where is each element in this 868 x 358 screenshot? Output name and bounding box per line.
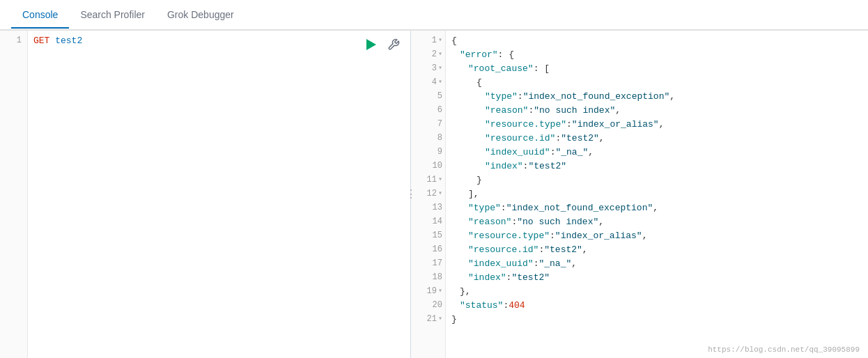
out-ln-2: 2▾ <box>411 47 445 61</box>
out-ln-19: 19▾ <box>411 284 445 298</box>
fold-12[interactable]: ▾ <box>438 187 442 201</box>
output-line-numbers: 1▾ 2▾ 3▾ 4▾ 5 6 7 8 9 10 11▾ 12▾ 13 14 1… <box>411 31 446 358</box>
fold-21[interactable]: ▾ <box>438 312 442 326</box>
out-ln-11: 11▾ <box>411 173 445 187</box>
ln-15: 15 <box>433 228 442 242</box>
ln-16: 16 <box>433 242 442 256</box>
out-ln-18: 18 <box>411 270 445 284</box>
out-ln-21: 21▾ <box>411 312 445 326</box>
left-actions <box>363 36 402 53</box>
right-panel: 1▾ 2▾ 3▾ 4▾ 5 6 7 8 9 10 11▾ 12▾ 13 14 1… <box>411 31 868 358</box>
output-line-12: ], <box>451 187 862 201</box>
output-content[interactable]: { "error" : { "root_cause" : [ { <box>446 31 868 358</box>
output-line-5: "type" : "index_not_found_exception" , <box>451 89 862 103</box>
output-line-15: "resource.type" : "index_or_alias" , <box>451 228 862 242</box>
ln-9: 9 <box>437 145 442 159</box>
fold-11[interactable]: ▾ <box>438 173 442 187</box>
left-panel: 1 GET test2 ⋮ <box>0 31 411 358</box>
out-ln-8: 8 <box>411 131 445 145</box>
output-line-18: "index" : "test2" <box>451 270 862 284</box>
output-line-11: } <box>451 173 862 187</box>
out-ln-20: 20 <box>411 298 445 312</box>
out-ln-14: 14 <box>411 215 445 228</box>
output-line-9: "index_uuid" : "_na_" , <box>451 145 862 159</box>
out-ln-10: 10 <box>411 159 445 173</box>
output-line-3: "root_cause" : [ <box>451 61 862 75</box>
out-ln-1: 1▾ <box>411 33 445 47</box>
ln-6: 6 <box>437 103 442 117</box>
ln-10: 10 <box>433 159 442 173</box>
fold-2[interactable]: ▾ <box>438 47 442 61</box>
fold-1[interactable]: ▾ <box>438 33 442 47</box>
http-method: GET <box>33 36 49 46</box>
output-line-13: "type" : "index_not_found_exception" , <box>451 201 862 215</box>
ln-12: 12 <box>427 187 437 201</box>
output-line-6: "reason" : "no such index" , <box>451 103 862 117</box>
ln-19: 19 <box>427 284 437 298</box>
ln-3: 3 <box>432 61 437 75</box>
out-ln-12: 12▾ <box>411 187 445 201</box>
output-line-1: { <box>451 33 862 47</box>
settings-button[interactable] <box>385 36 402 53</box>
output-line-10: "index" : "test2" <box>451 159 862 173</box>
output-line-16: "resource.id" : "test2" , <box>451 242 862 256</box>
output-line-8: "resource.id" : "test2" , <box>451 131 862 145</box>
output-line-20: "status" : 404 <box>451 298 862 312</box>
out-ln-6: 6 <box>411 103 445 117</box>
tab-search-profiler[interactable]: Search Profiler <box>69 2 156 29</box>
ln-4: 4 <box>432 75 437 89</box>
output-line-17: "index_uuid" : "_na_" , <box>451 256 862 270</box>
editor-line-num-1: 1 <box>0 33 27 47</box>
fold-3[interactable]: ▾ <box>438 61 442 75</box>
output-line-7: "resource.type" : "index_or_alias" , <box>451 117 862 131</box>
request-path: test2 <box>55 36 82 46</box>
output-line-21: } <box>451 312 862 326</box>
fold-4[interactable]: ▾ <box>438 75 442 89</box>
out-ln-13: 13 <box>411 201 445 215</box>
drag-dots: ⋮ <box>405 189 415 200</box>
ln-17: 17 <box>433 256 442 270</box>
wrench-icon <box>387 38 400 51</box>
out-ln-16: 16 <box>411 242 445 256</box>
watermark: https://blog.csdn.net/qq_39095899 <box>708 345 860 354</box>
out-ln-5: 5 <box>411 89 445 103</box>
ln-7: 7 <box>437 117 442 131</box>
out-ln-4: 4▾ <box>411 75 445 89</box>
ln-8: 8 <box>437 131 442 145</box>
out-ln-9: 9 <box>411 145 445 159</box>
out-ln-15: 15 <box>411 228 445 242</box>
output-line-14: "reason" : "no such index" , <box>451 215 862 228</box>
out-ln-3: 3▾ <box>411 61 445 75</box>
ln-18: 18 <box>433 270 442 284</box>
resize-handle[interactable]: ⋮ <box>408 31 413 358</box>
tab-bar: Console Search Profiler Grok Debugger <box>0 0 868 31</box>
run-button[interactable] <box>363 36 380 53</box>
fold-19[interactable]: ▾ <box>438 284 442 298</box>
output-line-4: { <box>451 75 862 89</box>
ln-11: 11 <box>427 173 437 187</box>
out-ln-7: 7 <box>411 117 445 131</box>
output-line-19: }, <box>451 284 862 298</box>
ln-2: 2 <box>432 47 437 61</box>
play-icon <box>366 39 376 50</box>
tab-console[interactable]: Console <box>11 2 69 29</box>
ln-5: 5 <box>437 89 442 103</box>
out-ln-17: 17 <box>411 256 445 270</box>
editor-line-1: GET test2 <box>33 33 405 47</box>
ln-21: 21 <box>427 312 437 326</box>
editor-area: 1 GET test2 <box>0 31 410 358</box>
ln-1: 1 <box>432 33 437 47</box>
output-line-2: "error" : { <box>451 47 862 61</box>
ln-20: 20 <box>433 298 442 312</box>
ln-13: 13 <box>433 201 442 215</box>
ln-14: 14 <box>433 215 442 228</box>
editor-content[interactable]: GET test2 <box>28 31 410 358</box>
tab-grok-debugger[interactable]: Grok Debugger <box>156 2 245 29</box>
main-content: 1 GET test2 ⋮ <box>0 31 868 358</box>
editor-line-numbers: 1 <box>0 31 28 358</box>
